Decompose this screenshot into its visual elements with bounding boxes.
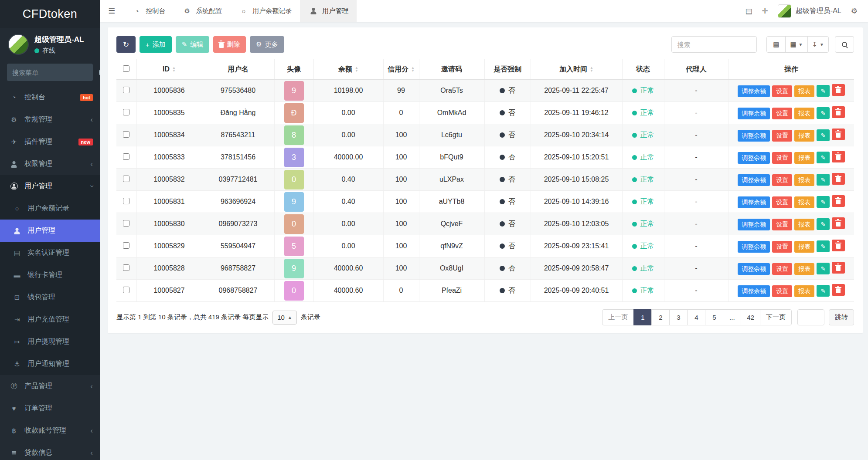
search-button[interactable]	[835, 36, 854, 53]
row-checkbox[interactable]	[123, 264, 129, 271]
settings-button[interactable]: 设置	[772, 196, 792, 208]
page-button-4[interactable]: 4	[687, 309, 705, 325]
edit-row-button[interactable]: ✎	[817, 240, 830, 252]
sidebar-item-实名认证管理[interactable]: ▤实名认证管理	[0, 242, 100, 264]
adjust-balance-button[interactable]: 调整余额	[738, 85, 770, 97]
column-header-信用分[interactable]: 信用分▲▼	[383, 59, 419, 80]
row-checkbox[interactable]	[123, 131, 129, 138]
tab-控制台[interactable]: ◔控制台	[123, 0, 174, 22]
fullscreen-icon[interactable]: ✛	[762, 7, 768, 16]
sidebar-item-用户余额记录[interactable]: ○用户余额记录	[0, 197, 100, 220]
select-all-checkbox[interactable]	[123, 65, 129, 72]
sidebar-item-插件管理[interactable]: ✈插件管理new	[0, 131, 100, 153]
edit-row-button[interactable]: ✎	[817, 129, 830, 141]
sidebar-item-权限管理[interactable]: 权限管理‹	[0, 153, 100, 175]
refresh-button[interactable]: ↻	[116, 36, 136, 53]
page-button-1[interactable]: 1	[633, 309, 652, 325]
report-button[interactable]: 报表	[794, 241, 814, 253]
settings-button[interactable]: 设置	[772, 285, 792, 297]
row-checkbox[interactable]	[123, 109, 129, 115]
row-checkbox[interactable]	[123, 153, 129, 160]
topbar-user[interactable]: 超级管理员-AL	[778, 4, 841, 18]
report-button[interactable]: 报表	[794, 219, 814, 230]
tab-用户余额记录[interactable]: ○用户余额记录	[230, 0, 300, 22]
settings-button[interactable]: 设置	[772, 219, 792, 230]
delete-row-button[interactable]	[832, 106, 845, 118]
edit-row-button[interactable]: ✎	[817, 107, 830, 119]
delete-row-button[interactable]	[832, 173, 845, 185]
row-checkbox[interactable]	[123, 87, 129, 93]
settings-button[interactable]: 设置	[772, 174, 792, 186]
row-checkbox[interactable]	[123, 198, 129, 204]
sidebar-item-用户管理[interactable]: 用户管理‹	[0, 175, 100, 197]
sidebar-item-钱包管理[interactable]: ⊡钱包管理	[0, 286, 100, 308]
report-button[interactable]: 报表	[794, 108, 814, 119]
sidebar-search-input[interactable]	[12, 69, 99, 76]
page-button-3[interactable]: 3	[669, 309, 688, 325]
next-page-button[interactable]: 下一页	[760, 309, 792, 325]
adjust-balance-button[interactable]: 调整余额	[738, 219, 770, 230]
adjust-balance-button[interactable]: 调整余额	[738, 130, 770, 142]
delete-row-button[interactable]	[832, 262, 845, 274]
settings-button[interactable]: 设置	[772, 85, 792, 97]
delete-row-button[interactable]	[832, 195, 845, 207]
sidebar-item-常规管理[interactable]: ⚙常规管理‹	[0, 108, 100, 131]
edit-row-button[interactable]: ✎	[817, 196, 830, 208]
sidebar-item-收款账号管理[interactable]: ฿收款账号管理‹	[0, 419, 100, 442]
jump-page-input[interactable]	[797, 309, 824, 325]
edit-row-button[interactable]: ✎	[817, 218, 830, 230]
prev-page-button[interactable]: 上一页	[602, 309, 634, 325]
adjust-balance-button[interactable]: 调整余额	[738, 108, 770, 119]
row-checkbox[interactable]	[123, 242, 129, 249]
edit-row-button[interactable]: ✎	[817, 174, 830, 186]
sidebar-item-用户通知管理[interactable]: ⚓用户通知管理	[0, 353, 100, 375]
column-header-余额[interactable]: 余额▲▼	[313, 59, 383, 80]
page-button-2[interactable]: 2	[651, 309, 670, 325]
delete-row-button[interactable]	[832, 240, 845, 251]
sidebar-item-订单管理[interactable]: ♥订单管理	[0, 397, 100, 419]
adjust-balance-button[interactable]: 调整余额	[738, 152, 770, 164]
column-header-加入时间[interactable]: 加入时间▲▼	[531, 59, 622, 80]
report-button[interactable]: 报表	[794, 285, 814, 297]
sidebar-item-贷款信息[interactable]: ≣贷款信息‹	[0, 442, 100, 460]
settings-button[interactable]: 设置	[772, 130, 792, 142]
gears-icon[interactable]: ⚙	[851, 7, 858, 16]
sidebar-item-产品管理[interactable]: Ⓟ产品管理‹	[0, 375, 100, 397]
tab-用户管理[interactable]: 用户管理	[300, 0, 357, 22]
menu-toggle-icon[interactable]: ☰	[100, 6, 123, 16]
settings-button[interactable]: 设置	[772, 152, 792, 164]
delete-row-button[interactable]	[832, 129, 845, 140]
sidebar-item-用户提现管理[interactable]: ↦用户提现管理	[0, 331, 100, 353]
columns-button[interactable]: ▦▼	[785, 36, 807, 53]
report-button[interactable]: 报表	[794, 174, 814, 186]
tab-系统配置[interactable]: ⚙系统配置	[174, 0, 230, 22]
sidebar-item-用户充值管理[interactable]: ⇥用户充值管理	[0, 308, 100, 331]
report-button[interactable]: 报表	[794, 196, 814, 208]
jump-button[interactable]: 跳转	[829, 309, 854, 325]
adjust-balance-button[interactable]: 调整余额	[738, 285, 770, 297]
page-button-42[interactable]: 42	[741, 309, 760, 325]
sidebar-item-控制台[interactable]: ◔控制台hot	[0, 86, 100, 108]
sidebar-item-用户管理[interactable]: 用户管理	[0, 220, 100, 242]
adjust-balance-button[interactable]: 调整余额	[738, 263, 770, 275]
adjust-balance-button[interactable]: 调整余额	[738, 196, 770, 208]
row-checkbox[interactable]	[123, 287, 129, 293]
report-button[interactable]: 报表	[794, 85, 814, 97]
table-search-input[interactable]	[671, 36, 757, 53]
edit-row-button[interactable]: ✎	[817, 85, 830, 97]
row-checkbox[interactable]	[123, 220, 129, 227]
adjust-balance-button[interactable]: 调整余额	[738, 174, 770, 186]
settings-button[interactable]: 设置	[772, 108, 792, 119]
export-button[interactable]: ↧▼	[807, 36, 829, 53]
page-button-5[interactable]: 5	[705, 309, 723, 325]
row-checkbox[interactable]	[123, 176, 129, 182]
page-size-select[interactable]: 10 ▲	[272, 311, 297, 325]
delete-row-button[interactable]	[832, 84, 845, 96]
edit-row-button[interactable]: ✎	[817, 285, 830, 297]
report-button[interactable]: 报表	[794, 152, 814, 164]
edit-row-button[interactable]: ✎	[817, 263, 830, 274]
docs-icon[interactable]: ▤	[745, 7, 752, 16]
detail-view-button[interactable]: ▤	[766, 36, 786, 53]
delete-row-button[interactable]	[832, 284, 845, 296]
column-header-ID[interactable]: ID▲▼	[136, 59, 202, 80]
